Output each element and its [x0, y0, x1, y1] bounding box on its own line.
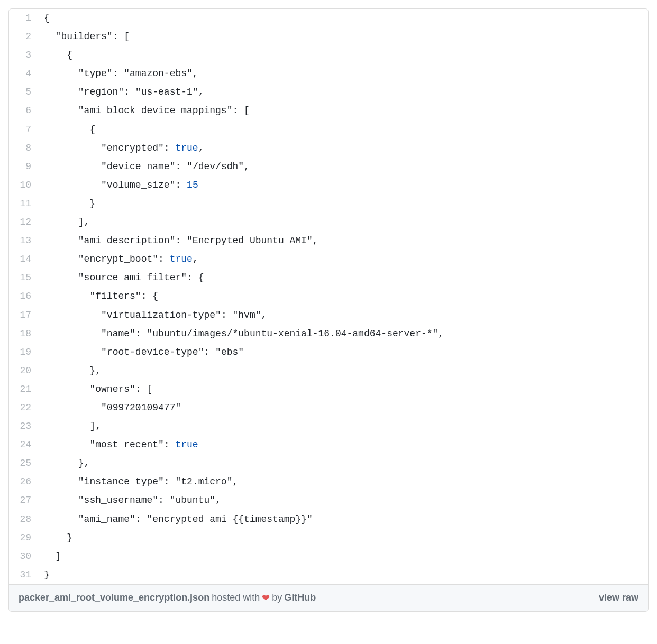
- code-line: 10 "volume_size": 15: [9, 176, 648, 195]
- line-number: 27: [9, 491, 41, 510]
- line-content[interactable]: {: [41, 9, 50, 27]
- code-line: 2 "builders": [: [9, 27, 648, 46]
- line-content[interactable]: "device_name": "/dev/sdh",: [41, 158, 250, 176]
- code-line: 12 ],: [9, 213, 648, 232]
- line-number: 6: [9, 102, 41, 120]
- line-content[interactable]: ]: [41, 547, 61, 566]
- github-link[interactable]: GitHub: [284, 592, 316, 603]
- footer-left: packer_ami_root_volume_encryption.json h…: [19, 592, 316, 604]
- code-line: 21 "owners": [: [9, 380, 648, 399]
- line-number: 21: [9, 380, 41, 399]
- line-content[interactable]: "root-device-type": "ebs": [41, 343, 244, 362]
- line-content[interactable]: }: [41, 566, 50, 584]
- line-content[interactable]: {: [41, 46, 72, 65]
- code-line: 8 "encrypted": true,: [9, 139, 648, 158]
- code-line: 29 }: [9, 529, 648, 547]
- line-number: 19: [9, 343, 41, 362]
- line-number: 5: [9, 83, 41, 102]
- view-raw-link[interactable]: view raw: [599, 592, 638, 603]
- code-line: 22 "099720109477": [9, 399, 648, 417]
- line-number: 29: [9, 529, 41, 547]
- code-line: 26 "instance_type": "t2.micro",: [9, 473, 648, 491]
- line-number: 20: [9, 362, 41, 380]
- line-number: 1: [9, 9, 41, 27]
- code-line: 27 "ssh_username": "ubuntu",: [9, 491, 648, 510]
- line-content[interactable]: "volume_size": 15: [41, 176, 198, 195]
- gist-footer: packer_ami_root_volume_encryption.json h…: [9, 584, 648, 611]
- line-number: 26: [9, 473, 41, 491]
- code-line: 23 ],: [9, 417, 648, 436]
- line-content[interactable]: ],: [41, 417, 101, 436]
- code-area: 1{2 "builders": [3 {4 "type": "amazon-eb…: [9, 9, 648, 584]
- line-number: 12: [9, 213, 41, 232]
- code-line: 7 {: [9, 121, 648, 139]
- line-content[interactable]: "owners": [: [41, 380, 152, 399]
- line-content[interactable]: "ami_block_device_mappings": [: [41, 102, 250, 120]
- code-line: 3 {: [9, 46, 648, 65]
- line-content[interactable]: "type": "amazon-ebs",: [41, 65, 198, 83]
- line-content[interactable]: "instance_type": "t2.micro",: [41, 473, 238, 491]
- code-line: 13 "ami_description": "Encrpyted Ubuntu …: [9, 232, 648, 250]
- line-content[interactable]: "ami_name": "encrypted ami {{timestamp}}…: [41, 510, 313, 529]
- code-line: 4 "type": "amazon-ebs",: [9, 65, 648, 83]
- line-content[interactable]: "name": "ubuntu/images/*ubuntu-xenial-16…: [41, 325, 444, 343]
- code-line: 5 "region": "us-east-1",: [9, 83, 648, 102]
- line-content[interactable]: },: [41, 454, 89, 473]
- line-content[interactable]: },: [41, 362, 101, 380]
- code-line: 30 ]: [9, 547, 648, 566]
- line-content[interactable]: "encrypted": true,: [41, 139, 204, 158]
- line-number: 15: [9, 269, 41, 287]
- code-line: 24 "most_recent": true: [9, 436, 648, 454]
- line-content[interactable]: "ami_description": "Encrpyted Ubuntu AMI…: [41, 232, 318, 250]
- code-line: 1{: [9, 9, 648, 27]
- code-line: 6 "ami_block_device_mappings": [: [9, 102, 648, 120]
- code-line: 25 },: [9, 454, 648, 473]
- line-content[interactable]: "099720109477": [41, 399, 181, 417]
- code-line: 17 "virtualization-type": "hvm",: [9, 306, 648, 325]
- code-line: 9 "device_name": "/dev/sdh",: [9, 158, 648, 176]
- line-content[interactable]: "encrypt_boot": true,: [41, 250, 198, 269]
- code-line: 20 },: [9, 362, 648, 380]
- line-content[interactable]: "source_ami_filter": {: [41, 269, 204, 287]
- line-number: 3: [9, 46, 41, 65]
- line-number: 24: [9, 436, 41, 454]
- code-line: 18 "name": "ubuntu/images/*ubuntu-xenial…: [9, 325, 648, 343]
- line-content[interactable]: "ssh_username": "ubuntu",: [41, 491, 221, 510]
- line-number: 10: [9, 176, 41, 195]
- line-number: 14: [9, 250, 41, 269]
- line-number: 13: [9, 232, 41, 250]
- line-number: 25: [9, 454, 41, 473]
- line-content[interactable]: "filters": {: [41, 287, 158, 306]
- line-content[interactable]: }: [41, 195, 95, 213]
- code-line: 31}: [9, 566, 648, 584]
- code-line: 19 "root-device-type": "ebs": [9, 343, 648, 362]
- line-content[interactable]: "region": "us-east-1",: [41, 83, 204, 102]
- code-line: 14 "encrypt_boot": true,: [9, 250, 648, 269]
- line-number: 16: [9, 287, 41, 306]
- line-number: 2: [9, 27, 41, 46]
- heart-icon: ❤: [262, 592, 270, 604]
- line-number: 31: [9, 566, 41, 584]
- filename-link[interactable]: packer_ami_root_volume_encryption.json: [19, 592, 209, 603]
- line-number: 17: [9, 306, 41, 325]
- line-content[interactable]: "virtualization-type": "hvm",: [41, 306, 267, 325]
- line-content[interactable]: }: [41, 529, 72, 547]
- line-number: 22: [9, 399, 41, 417]
- code-line: 16 "filters": {: [9, 287, 648, 306]
- line-number: 30: [9, 547, 41, 566]
- code-line: 15 "source_ami_filter": {: [9, 269, 648, 287]
- by-text: by: [272, 592, 282, 603]
- line-number: 9: [9, 158, 41, 176]
- line-content[interactable]: "most_recent": true: [41, 436, 198, 454]
- line-number: 11: [9, 195, 41, 213]
- code-line: 11 }: [9, 195, 648, 213]
- code-line: 28 "ami_name": "encrypted ami {{timestam…: [9, 510, 648, 529]
- hosted-with-text: hosted with: [212, 592, 260, 603]
- line-number: 7: [9, 121, 41, 139]
- gist-container: 1{2 "builders": [3 {4 "type": "amazon-eb…: [8, 8, 649, 612]
- line-number: 4: [9, 65, 41, 83]
- line-content[interactable]: ],: [41, 213, 89, 232]
- line-number: 18: [9, 325, 41, 343]
- line-content[interactable]: {: [41, 121, 95, 139]
- line-content[interactable]: "builders": [: [41, 27, 130, 46]
